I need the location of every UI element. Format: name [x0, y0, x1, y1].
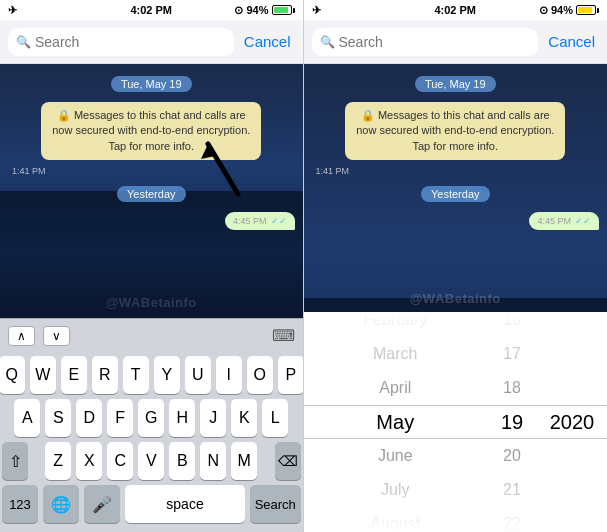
chat-area-left: Tue, May 19 🔒 Messages to this chat and …	[0, 64, 303, 318]
day-16[interactable]: 16	[487, 312, 537, 337]
key-delete[interactable]: ⌫	[275, 442, 301, 480]
key-t[interactable]: T	[123, 356, 149, 394]
search-bar-right: 🔍 Cancel	[304, 20, 608, 64]
key-globe[interactable]: 🌐	[43, 485, 79, 523]
key-m[interactable]: M	[231, 442, 257, 480]
key-f[interactable]: F	[107, 399, 133, 437]
wifi-icon-left: ⊙	[234, 4, 243, 17]
key-g[interactable]: G	[138, 399, 164, 437]
month-march[interactable]: March	[304, 337, 488, 371]
day-22[interactable]: 22	[487, 507, 537, 532]
down-chevron-icon: ∨	[52, 329, 61, 343]
day-19-selected[interactable]: 19	[487, 405, 537, 439]
key-q[interactable]: Q	[0, 356, 25, 394]
day-18[interactable]: 18	[487, 371, 537, 405]
status-bar-left: ✈ 4:02 PM ⊙ 94%	[0, 0, 303, 20]
keyboard-row-3: ⇧ Z X C V B N M ⌫	[2, 442, 301, 480]
keyboard: Q W E R T Y U I O P A S D F G H J K L ⇧	[0, 352, 303, 532]
key-p[interactable]: P	[278, 356, 304, 394]
search-input-left[interactable]	[35, 34, 226, 50]
key-y[interactable]: Y	[154, 356, 180, 394]
lock-icon-right: 🔒	[361, 109, 375, 121]
time-left: 4:02 PM	[130, 4, 172, 16]
keyboard-toggle-button[interactable]: ⌨	[272, 326, 295, 345]
month-february[interactable]: February	[304, 312, 488, 337]
status-bar-right: ✈ 4:02 PM ⊙ 94%	[304, 0, 608, 20]
yesterday-badge-left: Yesterday	[117, 186, 186, 202]
key-b[interactable]: B	[169, 442, 195, 480]
prev-button[interactable]: ∧	[8, 326, 35, 346]
watermark-left: @WABetainfo	[106, 295, 197, 310]
picker-columns: February March April May June July Augus…	[304, 312, 608, 532]
key-search[interactable]: Search	[250, 485, 301, 523]
battery-left	[272, 5, 295, 15]
wifi-icon-right: ⊙	[539, 4, 548, 17]
year-empty-5	[537, 473, 607, 507]
cancel-button-right[interactable]: Cancel	[544, 33, 599, 50]
key-a[interactable]: A	[14, 399, 40, 437]
key-x[interactable]: X	[76, 442, 102, 480]
search-input-right[interactable]	[339, 34, 531, 50]
key-h[interactable]: H	[169, 399, 195, 437]
chat-messages-left: Tue, May 19 🔒 Messages to this chat and …	[0, 64, 303, 238]
sent-message-right: 4:45 PM ✓✓	[529, 212, 599, 230]
key-r[interactable]: R	[92, 356, 118, 394]
system-message-right: 🔒 Messages to this chat and calls are no…	[345, 102, 565, 160]
key-j[interactable]: J	[200, 399, 226, 437]
key-v[interactable]: V	[138, 442, 164, 480]
key-z[interactable]: Z	[45, 442, 71, 480]
month-june[interactable]: June	[304, 439, 488, 473]
key-numbers[interactable]: 123	[2, 485, 38, 523]
key-i[interactable]: I	[216, 356, 242, 394]
time-right: 4:02 PM	[434, 4, 476, 16]
keyboard-toolbar-left: ∧ ∨ ⌨	[0, 318, 303, 352]
month-august[interactable]: August	[304, 507, 488, 532]
cancel-button-left[interactable]: Cancel	[240, 33, 295, 50]
key-c[interactable]: C	[107, 442, 133, 480]
month-may-selected[interactable]: May	[304, 405, 488, 439]
search-input-wrap-left[interactable]: 🔍	[8, 28, 234, 56]
next-button[interactable]: ∨	[43, 326, 70, 346]
key-e[interactable]: E	[61, 356, 87, 394]
year-empty-4	[537, 439, 607, 473]
airplane-icon-right: ✈	[312, 4, 321, 17]
key-o[interactable]: O	[247, 356, 273, 394]
up-chevron-icon: ∧	[17, 329, 26, 343]
key-shift[interactable]: ⇧	[2, 442, 28, 480]
year-empty-6	[537, 507, 607, 532]
key-u[interactable]: U	[185, 356, 211, 394]
search-input-wrap-right[interactable]: 🔍	[312, 28, 539, 56]
battery-percent-right: 94%	[551, 4, 573, 16]
day-17[interactable]: 17	[487, 337, 537, 371]
month-april[interactable]: April	[304, 371, 488, 405]
day-20[interactable]: 20	[487, 439, 537, 473]
date-badge-right: Tue, May 19	[415, 76, 496, 92]
month-july[interactable]: July	[304, 473, 488, 507]
msg-time-left: 1:41 PM	[12, 166, 46, 176]
day-column[interactable]: 16 17 18 19 20 21 22	[487, 312, 537, 532]
year-empty-2	[537, 337, 607, 371]
sent-msg-time-right: 4:45 PM	[537, 216, 571, 226]
right-panel: ✈ 4:02 PM ⊙ 94% 🔍 Cancel Tue, May 19 🔒 M…	[304, 0, 608, 532]
watermark-right: @WABetainfo	[410, 291, 501, 306]
year-column[interactable]: 2020	[537, 312, 607, 532]
key-w[interactable]: W	[30, 356, 56, 394]
day-21[interactable]: 21	[487, 473, 537, 507]
key-l[interactable]: L	[262, 399, 288, 437]
key-n[interactable]: N	[200, 442, 226, 480]
key-k[interactable]: K	[231, 399, 257, 437]
search-icon-left: 🔍	[16, 35, 31, 49]
key-space[interactable]: space	[125, 485, 245, 523]
date-picker[interactable]: February March April May June July Augus…	[304, 312, 608, 532]
key-s[interactable]: S	[45, 399, 71, 437]
key-d[interactable]: D	[76, 399, 102, 437]
left-panel: ✈ 4:02 PM ⊙ 94% 🔍 Cancel Tue, May 19 🔒 M…	[0, 0, 304, 532]
year-2020-selected[interactable]: 2020	[537, 405, 607, 439]
date-badge-left: Tue, May 19	[111, 76, 192, 92]
yesterday-badge-right: Yesterday	[421, 186, 490, 202]
keyboard-row-1: Q W E R T Y U I O P	[2, 356, 301, 394]
battery-right	[576, 5, 599, 15]
month-column[interactable]: February March April May June July Augus…	[304, 312, 488, 532]
key-mic[interactable]: 🎤	[84, 485, 120, 523]
date-picker-area: Tue, May 19 🔒 Messages to this chat and …	[304, 64, 608, 532]
